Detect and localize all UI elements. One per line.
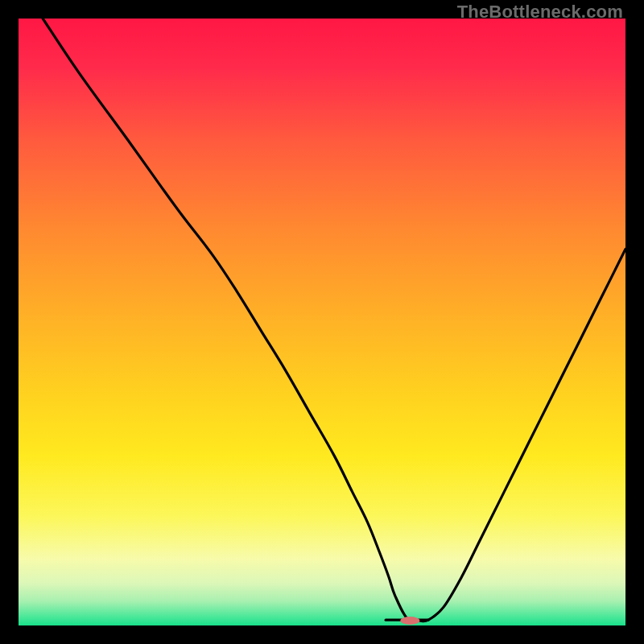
optimal-marker xyxy=(400,617,419,625)
bottleneck-chart xyxy=(19,19,625,625)
watermark-label: TheBottleneck.com xyxy=(457,2,623,23)
chart-background xyxy=(19,19,625,625)
chart-frame: TheBottleneck.com xyxy=(0,0,644,644)
